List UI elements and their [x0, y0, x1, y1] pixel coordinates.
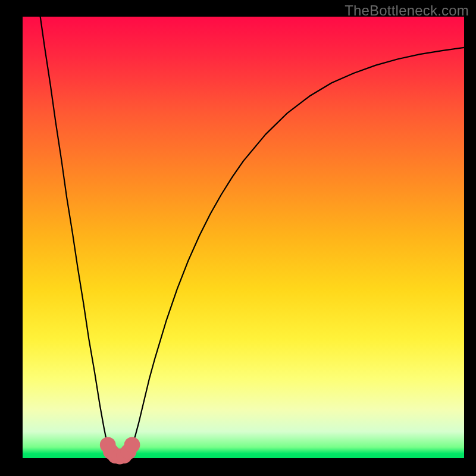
- watermark-text: TheBottleneck.com: [345, 2, 469, 19]
- trough-marker: [124, 437, 140, 453]
- trough-markers: [100, 437, 140, 464]
- chart-svg: [23, 17, 464, 458]
- chart-frame: TheBottleneck.com: [0, 0, 476, 476]
- curve-line: [40, 17, 464, 458]
- plot-area: [23, 17, 464, 458]
